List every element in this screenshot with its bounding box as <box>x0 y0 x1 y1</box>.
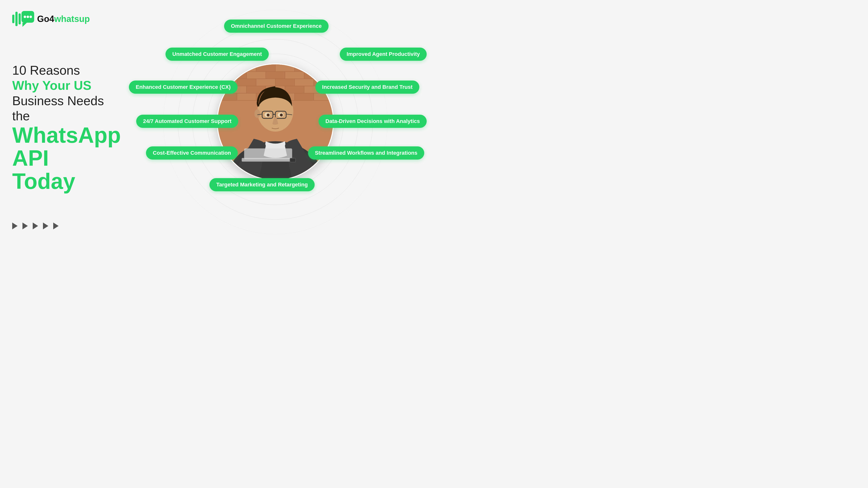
logo-icon <box>12 10 34 28</box>
svg-point-4 <box>24 15 26 18</box>
right-panel: Omnichannel Customer Experience Unmatche… <box>117 0 434 244</box>
svg-rect-11 <box>256 64 275 72</box>
arrow-icon-1 <box>12 223 18 229</box>
pill-improved: Improved Agent Productivity <box>340 47 427 61</box>
svg-marker-7 <box>23 23 27 27</box>
svg-point-48 <box>280 114 283 117</box>
svg-rect-2 <box>19 13 21 24</box>
headline-area: 10 Reasons Why Your US Business Needs th… <box>12 28 105 223</box>
svg-point-47 <box>267 114 270 117</box>
headline-line1: 10 Reasons <box>12 63 105 78</box>
pill-data: Data-Driven Decisions with Analytics <box>318 115 427 128</box>
logo-area: Go4whatsup <box>12 10 105 28</box>
svg-rect-50 <box>244 148 292 159</box>
arrow-icon-2 <box>23 223 28 229</box>
headline-line3: Business Needs the <box>12 93 105 124</box>
arrow-icon-4 <box>43 223 48 229</box>
arrow-icon-5 <box>53 223 59 229</box>
headline-line4: WhatsApp <box>12 124 105 147</box>
svg-rect-21 <box>237 79 256 86</box>
left-panel: Go4whatsup 10 Reasons Why Your US Busine… <box>0 0 117 244</box>
svg-rect-18 <box>285 72 304 79</box>
svg-rect-0 <box>12 14 14 23</box>
svg-rect-23 <box>275 79 294 86</box>
svg-point-39 <box>254 109 260 118</box>
pill-enhanced: Enhanced Customer Experience (CX) <box>129 80 238 94</box>
svg-rect-16 <box>247 72 266 79</box>
svg-rect-24 <box>294 79 314 86</box>
svg-point-6 <box>30 15 32 18</box>
svg-rect-29 <box>285 86 304 93</box>
pill-targeted: Targeted Marketing and Retargeting <box>210 178 315 191</box>
pill-unmatched: Unmatched Customer Engagement <box>165 47 269 61</box>
logo-text: Go4whatsup <box>37 14 90 24</box>
svg-point-5 <box>27 15 29 18</box>
headline-line5: API Today <box>12 147 105 193</box>
pill-omnichannel: Omnichannel Customer Experience <box>224 20 329 33</box>
svg-rect-32 <box>237 93 256 100</box>
svg-rect-17 <box>266 72 285 79</box>
pill-security: Increased Security and Brand Trust <box>315 80 420 94</box>
headline-line2: Why Your US <box>12 78 105 93</box>
arrow-icon-3 <box>33 223 38 229</box>
pill-streamlined: Streamlined Workflows and Integrations <box>308 147 424 160</box>
svg-rect-35 <box>294 93 314 100</box>
pill-support: 24/7 Automated Customer Support <box>136 115 238 128</box>
svg-rect-52 <box>290 158 296 162</box>
logo-svg <box>12 10 34 28</box>
svg-rect-22 <box>256 79 275 86</box>
pill-cost: Cost-Effective Communication <box>146 147 238 160</box>
bottom-arrows <box>12 223 105 234</box>
svg-rect-1 <box>16 12 18 26</box>
